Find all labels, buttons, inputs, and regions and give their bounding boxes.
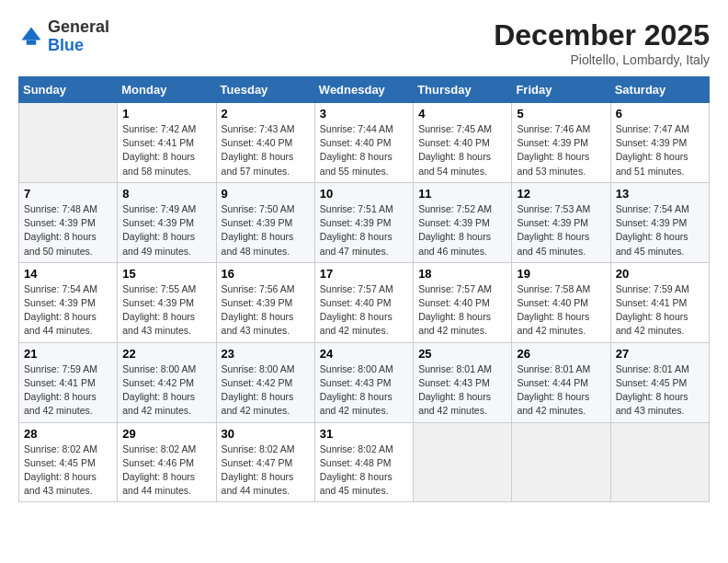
day-info: Sunrise: 7:51 AM Sunset: 4:39 PM Dayligh… [320,202,408,259]
day-number: 15 [122,267,210,281]
day-number: 4 [418,107,506,121]
day-number: 16 [222,267,310,281]
calendar-cell [610,422,709,502]
calendar-cell: 1Sunrise: 7:42 AM Sunset: 4:41 PM Daylig… [118,103,216,183]
days-header-row: SundayMondayTuesdayWednesdayThursdayFrid… [19,77,710,103]
week-row-1: 1Sunrise: 7:42 AM Sunset: 4:41 PM Daylig… [19,103,710,183]
calendar-cell: 9Sunrise: 7:50 AM Sunset: 4:39 PM Daylig… [216,182,314,262]
calendar-cell [19,103,118,183]
day-number: 23 [222,347,310,361]
calendar-cell: 28Sunrise: 8:02 AM Sunset: 4:45 PM Dayli… [19,422,118,502]
day-number: 27 [616,347,704,361]
day-info: Sunrise: 7:52 AM Sunset: 4:39 PM Dayligh… [418,202,506,259]
day-info: Sunrise: 7:59 AM Sunset: 4:41 PM Dayligh… [24,362,112,419]
day-header-thursday: Thursday [414,77,512,103]
calendar-cell: 24Sunrise: 8:00 AM Sunset: 4:43 PM Dayli… [314,342,413,422]
day-info: Sunrise: 7:50 AM Sunset: 4:39 PM Dayligh… [222,202,310,259]
day-info: Sunrise: 7:56 AM Sunset: 4:39 PM Dayligh… [222,282,310,339]
calendar-cell: 17Sunrise: 7:57 AM Sunset: 4:40 PM Dayli… [314,262,413,342]
day-number: 1 [122,107,210,121]
day-info: Sunrise: 7:57 AM Sunset: 4:40 PM Dayligh… [320,282,408,339]
calendar-cell: 6Sunrise: 7:47 AM Sunset: 4:39 PM Daylig… [610,103,709,183]
calendar-cell: 29Sunrise: 8:02 AM Sunset: 4:46 PM Dayli… [118,422,216,502]
day-number: 21 [24,347,112,361]
day-number: 31 [320,427,408,441]
day-info: Sunrise: 7:44 AM Sunset: 4:40 PM Dayligh… [320,122,408,178]
day-header-monday: Monday [118,77,216,103]
location-subtitle: Pioltello, Lombardy, Italy [494,52,710,67]
day-header-tuesday: Tuesday [216,77,314,103]
day-info: Sunrise: 7:55 AM Sunset: 4:39 PM Dayligh… [122,282,210,339]
day-number: 29 [122,427,210,441]
day-header-sunday: Sunday [19,77,118,103]
day-header-wednesday: Wednesday [314,77,413,103]
month-title: December 2025 [494,18,710,52]
calendar-cell: 27Sunrise: 8:01 AM Sunset: 4:45 PM Dayli… [610,342,709,422]
calendar-cell: 13Sunrise: 7:54 AM Sunset: 4:39 PM Dayli… [610,182,709,262]
day-number: 3 [320,107,408,121]
calendar-cell: 19Sunrise: 7:58 AM Sunset: 4:40 PM Dayli… [512,262,610,342]
day-info: Sunrise: 7:58 AM Sunset: 4:40 PM Dayligh… [517,282,605,339]
day-number: 2 [222,107,310,121]
day-info: Sunrise: 8:02 AM Sunset: 4:45 PM Dayligh… [24,442,112,499]
day-info: Sunrise: 7:43 AM Sunset: 4:40 PM Dayligh… [222,122,310,178]
page-header: General Blue December 2025 Pioltello, Lo… [18,18,710,67]
calendar-cell: 14Sunrise: 7:54 AM Sunset: 4:39 PM Dayli… [19,262,118,342]
calendar-cell: 5Sunrise: 7:46 AM Sunset: 4:39 PM Daylig… [512,103,610,183]
calendar-cell [512,422,610,502]
day-info: Sunrise: 7:42 AM Sunset: 4:41 PM Dayligh… [122,122,210,178]
calendar-cell: 25Sunrise: 8:01 AM Sunset: 4:43 PM Dayli… [414,342,512,422]
calendar-cell: 7Sunrise: 7:48 AM Sunset: 4:39 PM Daylig… [19,182,118,262]
day-number: 7 [24,187,112,201]
day-info: Sunrise: 7:46 AM Sunset: 4:39 PM Dayligh… [517,122,605,178]
calendar-cell: 30Sunrise: 8:02 AM Sunset: 4:47 PM Dayli… [216,422,314,502]
day-number: 30 [222,427,310,441]
day-info: Sunrise: 8:01 AM Sunset: 4:45 PM Dayligh… [616,362,704,419]
day-info: Sunrise: 7:54 AM Sunset: 4:39 PM Dayligh… [616,202,704,259]
calendar-cell: 31Sunrise: 8:02 AM Sunset: 4:48 PM Dayli… [314,422,413,502]
day-info: Sunrise: 7:48 AM Sunset: 4:39 PM Dayligh… [24,202,112,259]
calendar-cell: 21Sunrise: 7:59 AM Sunset: 4:41 PM Dayli… [19,342,118,422]
calendar-cell: 11Sunrise: 7:52 AM Sunset: 4:39 PM Dayli… [414,182,512,262]
svg-marker-0 [22,27,41,40]
day-info: Sunrise: 7:53 AM Sunset: 4:39 PM Dayligh… [517,202,605,259]
calendar-cell: 2Sunrise: 7:43 AM Sunset: 4:40 PM Daylig… [216,103,314,183]
day-number: 13 [616,187,704,201]
svg-rect-1 [27,40,37,44]
day-header-friday: Friday [512,77,610,103]
calendar-cell: 20Sunrise: 7:59 AM Sunset: 4:41 PM Dayli… [610,262,709,342]
day-info: Sunrise: 8:01 AM Sunset: 4:44 PM Dayligh… [517,362,605,419]
day-number: 12 [517,187,605,201]
day-number: 8 [122,187,210,201]
day-number: 28 [24,427,112,441]
day-number: 25 [418,347,506,361]
day-number: 19 [517,267,605,281]
logo-text: General Blue [48,18,109,55]
day-header-saturday: Saturday [610,77,709,103]
calendar-cell: 16Sunrise: 7:56 AM Sunset: 4:39 PM Dayli… [216,262,314,342]
day-info: Sunrise: 8:02 AM Sunset: 4:47 PM Dayligh… [222,442,310,499]
calendar-table: SundayMondayTuesdayWednesdayThursdayFrid… [18,76,710,502]
calendar-cell: 10Sunrise: 7:51 AM Sunset: 4:39 PM Dayli… [314,182,413,262]
day-number: 10 [320,187,408,201]
day-info: Sunrise: 7:45 AM Sunset: 4:40 PM Dayligh… [418,122,506,178]
day-number: 18 [418,267,506,281]
week-row-4: 21Sunrise: 7:59 AM Sunset: 4:41 PM Dayli… [19,342,710,422]
calendar-cell: 3Sunrise: 7:44 AM Sunset: 4:40 PM Daylig… [314,103,413,183]
logo-icon [18,24,44,50]
calendar-cell: 18Sunrise: 7:57 AM Sunset: 4:40 PM Dayli… [414,262,512,342]
day-number: 24 [320,347,408,361]
calendar-cell: 15Sunrise: 7:55 AM Sunset: 4:39 PM Dayli… [118,262,216,342]
calendar-cell: 12Sunrise: 7:53 AM Sunset: 4:39 PM Dayli… [512,182,610,262]
day-info: Sunrise: 8:01 AM Sunset: 4:43 PM Dayligh… [418,362,506,419]
logo: General Blue [18,18,109,55]
calendar-cell: 22Sunrise: 8:00 AM Sunset: 4:42 PM Dayli… [118,342,216,422]
week-row-2: 7Sunrise: 7:48 AM Sunset: 4:39 PM Daylig… [19,182,710,262]
day-info: Sunrise: 7:49 AM Sunset: 4:39 PM Dayligh… [122,202,210,259]
calendar-cell: 23Sunrise: 8:00 AM Sunset: 4:42 PM Dayli… [216,342,314,422]
day-number: 22 [122,347,210,361]
week-row-3: 14Sunrise: 7:54 AM Sunset: 4:39 PM Dayli… [19,262,710,342]
day-info: Sunrise: 7:57 AM Sunset: 4:40 PM Dayligh… [418,282,506,339]
day-info: Sunrise: 8:02 AM Sunset: 4:46 PM Dayligh… [122,442,210,499]
logo-blue-text: Blue [48,36,84,54]
